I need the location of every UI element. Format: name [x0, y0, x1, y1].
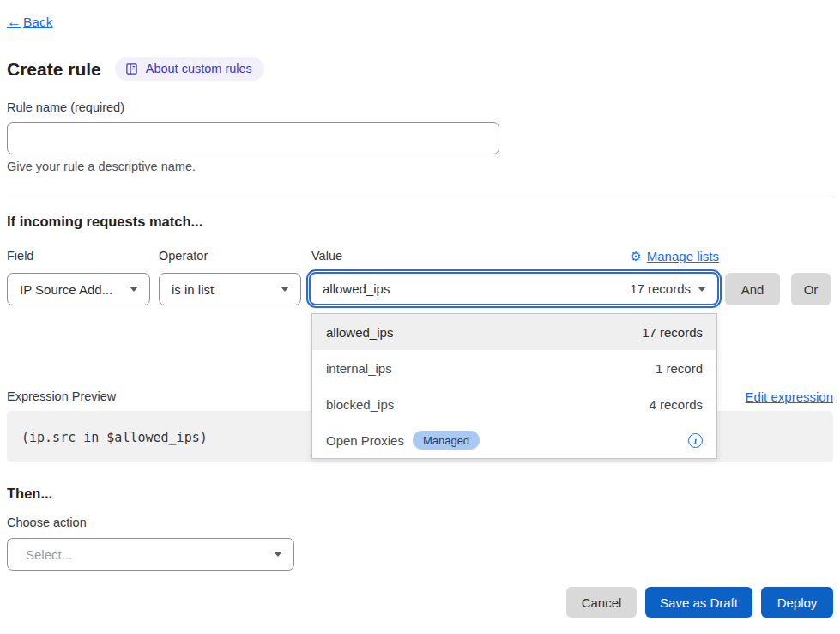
then-section-heading: Then...	[7, 486, 52, 502]
expression-preview-label: Expression Preview	[7, 389, 116, 403]
book-icon	[125, 63, 138, 75]
list-records: 1 record	[656, 361, 703, 376]
manage-lists-link[interactable]: Manage lists	[647, 249, 719, 263]
list-records: 4 records	[649, 397, 703, 412]
action-select[interactable]: Select...	[7, 538, 294, 571]
create-rule-page: ←Back Create rule About custom rules Rul…	[0, 0, 840, 634]
value-select[interactable]: allowed_ips 17 records	[309, 272, 719, 305]
match-section-heading: If incoming requests match...	[7, 214, 202, 230]
page-title: Create rule	[7, 59, 101, 80]
back-label: Back	[23, 15, 52, 30]
manage-lists: ⚙ Manage lists	[311, 249, 719, 263]
chevron-down-icon	[698, 287, 706, 292]
save-as-draft-button[interactable]: Save as Draft	[645, 587, 752, 618]
gear-icon: ⚙	[630, 250, 641, 263]
list-name: blocked_ips	[326, 397, 394, 412]
value-select-records: 17 records	[630, 281, 691, 296]
about-custom-rules-link[interactable]: About custom rules	[115, 57, 264, 81]
back-link[interactable]: ←Back	[7, 14, 52, 31]
field-label: Field	[7, 249, 33, 263]
and-button[interactable]: And	[725, 273, 780, 305]
choose-action-label: Choose action	[7, 516, 87, 529]
operator-select-value: is in list	[172, 282, 214, 297]
info-icon[interactable]: i	[688, 433, 703, 448]
expression-code: (ip.src in $allowed_ips)	[21, 430, 208, 445]
list-item-open-proxies[interactable]: Open Proxies Managed i	[312, 422, 716, 458]
field-select-value: IP Source Add...	[20, 282, 112, 297]
operator-select[interactable]: is in list	[159, 273, 301, 305]
chevron-down-icon	[281, 287, 289, 292]
value-select-value: allowed_ips	[323, 281, 390, 296]
chevron-down-icon	[130, 287, 138, 292]
list-records: 17 records	[642, 325, 703, 340]
chevron-down-icon	[274, 552, 282, 557]
edit-expression-link[interactable]: Edit expression	[745, 389, 833, 404]
cancel-button[interactable]: Cancel	[566, 587, 637, 618]
list-name: internal_ips	[326, 361, 392, 376]
title-row: Create rule About custom rules	[7, 57, 264, 81]
rule-name-label: Rule name (required)	[7, 100, 124, 114]
list-name: allowed_ips	[326, 325, 393, 340]
back-arrow-icon: ←	[7, 14, 21, 31]
value-dropdown-menu: allowed_ips 17 records internal_ips 1 re…	[311, 313, 717, 459]
about-badge-label: About custom rules	[146, 62, 252, 75]
action-select-placeholder: Select...	[26, 547, 72, 562]
operator-label: Operator	[159, 249, 208, 263]
list-item-internal-ips[interactable]: internal_ips 1 record	[312, 350, 716, 386]
list-name: Open Proxies	[326, 433, 404, 448]
section-divider	[7, 196, 833, 196]
rule-name-input[interactable]	[7, 122, 499, 154]
or-button[interactable]: Or	[791, 273, 831, 305]
deploy-button[interactable]: Deploy	[761, 587, 833, 618]
list-item-allowed-ips[interactable]: allowed_ips 17 records	[312, 314, 716, 350]
rule-name-helper: Give your rule a descriptive name.	[7, 160, 196, 173]
field-select[interactable]: IP Source Add...	[7, 273, 150, 305]
managed-badge: Managed	[413, 431, 480, 450]
list-item-blocked-ips[interactable]: blocked_ips 4 records	[312, 386, 716, 422]
